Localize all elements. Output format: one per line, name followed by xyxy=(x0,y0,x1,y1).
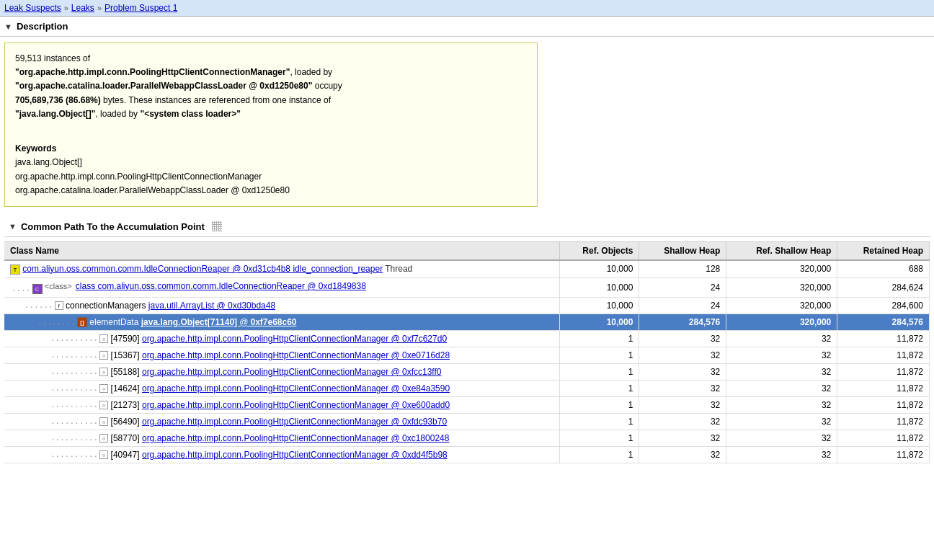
shallow-heap-cell: 284,576 xyxy=(639,314,726,330)
ref-objects-cell: 1 xyxy=(559,396,639,413)
retained-heap-cell: 284,624 xyxy=(837,277,930,297)
row-prefix: [40947] xyxy=(111,450,142,460)
breadcrumb-link-problem-suspect[interactable]: Problem Suspect 1 xyxy=(104,3,177,13)
common-path-collapse-arrow[interactable]: ▼ xyxy=(9,222,17,231)
class-link[interactable]: org.apache.http.impl.conn.PoolingHttpCli… xyxy=(142,383,450,394)
retained-heap-cell: 11,872 xyxy=(837,363,930,380)
retained-heap-cell: 284,600 xyxy=(837,297,930,314)
table-row[interactable]: ..........○ [55188] org.apache.http.impl… xyxy=(4,363,930,380)
shallow-heap-cell: 32 xyxy=(639,413,726,430)
shallow-heap-cell: 32 xyxy=(639,363,726,380)
ref-shallow-heap-cell: 320,000 xyxy=(726,314,837,330)
ref-shallow-heap-cell: 32 xyxy=(726,363,837,380)
table-row[interactable]: ..........○ [21273] org.apache.http.impl… xyxy=(4,396,930,413)
shallow-heap-cell: 32 xyxy=(639,330,726,347)
table-row[interactable]: ..........○ [56490] org.apache.http.impl… xyxy=(4,413,930,430)
array-icon: [] xyxy=(77,317,87,327)
ref-shallow-heap-cell: 320,000 xyxy=(726,260,837,278)
breadcrumb-sep-1: » xyxy=(64,4,68,12)
ref-objects-cell: 10,000 xyxy=(559,260,639,278)
ref-objects-cell: 1 xyxy=(559,430,639,446)
description-collapse-arrow[interactable]: ▼ xyxy=(4,22,12,31)
class-link[interactable]: org.apache.http.impl.conn.PoolingHttpCli… xyxy=(142,433,449,443)
instance-icon: ○ xyxy=(99,368,108,376)
description-ref-class: "java.lang.Object[]" xyxy=(15,109,95,119)
table-row[interactable]: T com.aliyun.oss.common.comm.IdleConnect… xyxy=(4,260,930,278)
row-prefix: [14624] xyxy=(111,383,142,394)
ref-shallow-heap-cell: 32 xyxy=(726,330,837,347)
shallow-heap-cell: 128 xyxy=(639,260,726,278)
instance-icon: ○ xyxy=(99,334,108,343)
ref-objects-cell: 1 xyxy=(559,413,639,430)
keyword1: java.lang.Object[] xyxy=(15,157,82,167)
instance-icon: ○ xyxy=(99,384,108,393)
class-icon: C xyxy=(32,284,43,294)
col-header-class-name: Class Name xyxy=(4,241,559,260)
row-prefix: [15367] xyxy=(111,350,142,360)
description-loaded-by: "org.apache.catalina.loader.ParallelWeba… xyxy=(15,81,312,91)
shallow-heap-cell: 32 xyxy=(639,347,726,363)
keywords-label: Keywords xyxy=(15,142,527,156)
col-header-ref-shallow-heap: Ref. Shallow Heap xyxy=(726,241,837,260)
description-class-name: "org.apache.http.impl.conn.PoolingHttpCl… xyxy=(15,67,290,77)
class-link[interactable]: com.aliyun.oss.common.comm.IdleConnectio… xyxy=(22,264,383,274)
breadcrumb-link-leaks[interactable]: Leaks xyxy=(71,3,94,13)
class-link[interactable]: org.apache.http.impl.conn.PoolingHttpCli… xyxy=(142,350,450,360)
description-system-loader: "<system class loader>" xyxy=(140,109,240,119)
class-link[interactable]: java.lang.Object[71140] @ 0xf7e68c60 xyxy=(141,317,297,327)
col-header-retained-heap: Retained Heap xyxy=(837,241,930,260)
row-prefix: [21273] xyxy=(111,400,142,410)
description-section-header: ▼ Description xyxy=(0,17,934,37)
common-path-header: ▼ Common Path To the Accumulation Point xyxy=(4,217,930,237)
class-link[interactable]: java.util.ArrayList @ 0xd30bda48 xyxy=(148,301,275,311)
row-prefix: [58770] xyxy=(111,433,142,443)
table-row[interactable]: ....C <class> class com.aliyun.oss.commo… xyxy=(4,277,930,297)
field-label: elementData xyxy=(89,317,141,327)
row-prefix: [56490] xyxy=(111,417,142,427)
common-path-section: ▼ Common Path To the Accumulation Point … xyxy=(0,213,934,463)
instance-icon: ○ xyxy=(99,450,108,459)
description-occupy: 705,689,736 (86.68%) xyxy=(15,95,101,105)
col-header-shallow-heap: Shallow Heap xyxy=(639,241,726,260)
class-link[interactable]: org.apache.http.impl.conn.PoolingHttpCli… xyxy=(142,450,448,460)
ref-objects-cell: 10,000 xyxy=(559,297,639,314)
instance-icon: ○ xyxy=(99,401,108,409)
row-prefix: [47590] xyxy=(111,334,142,344)
ref-objects-cell: 1 xyxy=(559,330,639,347)
instance-icon: ○ xyxy=(99,434,108,443)
shallow-heap-cell: 24 xyxy=(639,297,726,314)
retained-heap-cell: 11,872 xyxy=(837,330,930,347)
breadcrumb-link-leak-suspects[interactable]: Leak Suspects xyxy=(4,3,61,13)
table-row[interactable]: ......f connectionManagers java.util.Arr… xyxy=(4,297,930,314)
description-section-body: 59,513 instances of "org.apache.http.imp… xyxy=(0,37,934,213)
ref-objects-cell: 10,000 xyxy=(559,314,639,330)
ref-shallow-heap-cell: 320,000 xyxy=(726,297,837,314)
shallow-heap-cell: 32 xyxy=(639,446,726,463)
retained-heap-cell: 11,872 xyxy=(837,413,930,430)
thread-icon: T xyxy=(10,265,20,275)
class-link[interactable]: org.apache.http.impl.conn.PoolingHttpCli… xyxy=(142,400,450,410)
field-icon: f xyxy=(55,301,63,310)
ref-shallow-heap-cell: 32 xyxy=(726,413,837,430)
table-row[interactable]: ..........○ [15367] org.apache.http.impl… xyxy=(4,347,930,363)
table-container: Class Name Ref. Objects Shallow Heap Ref… xyxy=(4,241,930,463)
table-row[interactable]: ........[] elementData java.lang.Object[… xyxy=(4,314,930,330)
class-link[interactable]: class com.aliyun.oss.common.comm.IdleCon… xyxy=(76,281,366,291)
class-link[interactable]: org.apache.http.impl.conn.PoolingHttpCli… xyxy=(142,367,442,377)
retained-heap-cell: 284,576 xyxy=(837,314,930,330)
instance-icon: ○ xyxy=(99,351,108,360)
ref-objects-cell: 10,000 xyxy=(559,277,639,297)
shallow-heap-cell: 32 xyxy=(639,396,726,413)
common-path-table: Class Name Ref. Objects Shallow Heap Ref… xyxy=(4,241,930,463)
table-row[interactable]: ..........○ [14624] org.apache.http.impl… xyxy=(4,380,930,396)
description-instances: 59,513 instances of "org.apache.http.imp… xyxy=(15,53,342,119)
breadcrumb: Leak Suspects » Leaks » Problem Suspect … xyxy=(0,0,934,17)
table-row[interactable]: ..........○ [58770] org.apache.http.impl… xyxy=(4,430,930,446)
table-row[interactable]: ..........○ [40947] org.apache.http.impl… xyxy=(4,446,930,463)
retained-heap-cell: 11,872 xyxy=(837,347,930,363)
ref-shallow-heap-cell: 32 xyxy=(726,347,837,363)
table-row[interactable]: ..........○ [47590] org.apache.http.impl… xyxy=(4,330,930,347)
class-link[interactable]: org.apache.http.impl.conn.PoolingHttpCli… xyxy=(142,334,447,344)
table-header-row: Class Name Ref. Objects Shallow Heap Ref… xyxy=(4,241,930,260)
class-link[interactable]: org.apache.http.impl.conn.PoolingHttpCli… xyxy=(142,417,447,427)
